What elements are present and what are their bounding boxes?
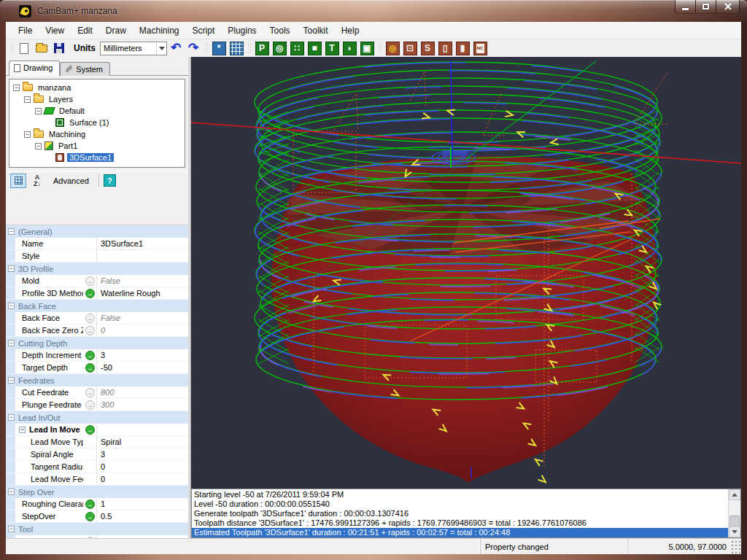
profile-button[interactable]: S: [419, 40, 436, 56]
resize-grip[interactable]: [731, 539, 741, 554]
menu-edit[interactable]: Edit: [71, 23, 99, 38]
arc-button[interactable]: ◗: [341, 40, 357, 56]
scroll-down-button[interactable]: [729, 526, 740, 537]
minimize-button[interactable]: [675, 0, 696, 14]
log-scrollbar[interactable]: [728, 489, 740, 537]
tree-item-part1[interactable]: −Part1: [11, 140, 183, 152]
property-row-back-face[interactable]: Back Face→False: [6, 312, 188, 324]
tree-expander[interactable]: −: [13, 85, 20, 91]
tree-item-default[interactable]: −Default: [11, 105, 183, 117]
log-line-selected[interactable]: Estimated Toolpath '3DSurface1' duration…: [192, 528, 728, 537]
log-line[interactable]: Generate toolpath '3DSurface1' duration …: [192, 509, 728, 518]
log-line[interactable]: Toolpath distance '3DSurface1' : 17476.9…: [192, 518, 728, 528]
property-row-target-depth[interactable]: Target Depth→-50: [6, 362, 188, 374]
menu-view[interactable]: View: [39, 23, 71, 38]
property-value[interactable]: 300: [96, 399, 188, 411]
category-expander[interactable]: −: [8, 414, 15, 421]
property-row-lead-move-type[interactable]: Lead Move TypeSpiral: [6, 436, 188, 448]
gcode-button[interactable]: NC: [472, 40, 488, 56]
polyline-button[interactable]: P: [254, 40, 270, 56]
menu-plugins[interactable]: Plugins: [221, 23, 263, 38]
property-value[interactable]: [96, 424, 188, 435]
menu-help[interactable]: Help: [335, 23, 366, 38]
property-value[interactable]: [96, 250, 188, 262]
property-value[interactable]: 0: [96, 473, 188, 485]
tab-drawing[interactable]: Drawing: [9, 61, 60, 76]
property-value[interactable]: 800: [96, 386, 188, 398]
tree-item-3dsurface1[interactable]: 3DSurface1: [11, 152, 183, 163]
snap-points-button[interactable]: *: [211, 40, 227, 56]
open-file-button[interactable]: [34, 40, 50, 56]
category-expander[interactable]: −: [8, 228, 15, 235]
tab-system[interactable]: System: [60, 62, 110, 76]
categorized-button[interactable]: [10, 174, 26, 188]
property-value[interactable]: 3: [96, 349, 188, 361]
undo-button[interactable]: ↶: [168, 40, 184, 56]
help-button[interactable]: ?: [104, 174, 116, 187]
menu-draw[interactable]: Draw: [99, 23, 133, 38]
property-category[interactable]: −Step Over: [6, 486, 188, 498]
property-category[interactable]: −Feedrates: [6, 374, 188, 386]
snap-grid-button[interactable]: [228, 40, 244, 56]
property-row-spiral-angle[interactable]: Spiral Angle3: [6, 448, 188, 461]
menu-file[interactable]: File: [12, 23, 39, 38]
advanced-button[interactable]: Advanced: [48, 175, 94, 187]
redo-button[interactable]: ↷: [185, 40, 201, 56]
property-row-cut-feedrate[interactable]: Cut Feedrate→800: [6, 386, 188, 399]
property-row-plunge-feedrate[interactable]: Plunge Feedrate→300: [6, 399, 188, 411]
circle-button[interactable]: ◎: [271, 40, 287, 56]
save-file-button[interactable]: [51, 40, 67, 56]
titlebar[interactable]: CamBam+ manzana: [0, 0, 747, 22]
property-category[interactable]: −Tool: [6, 523, 188, 535]
category-expander[interactable]: −: [8, 303, 15, 309]
property-row-tangent-radius[interactable]: Tangent Radius0: [6, 461, 188, 473]
property-row-style[interactable]: Style: [6, 250, 188, 262]
property-row-back-face-zero-z[interactable]: Back Face Zero Z→0: [6, 324, 188, 337]
category-expander[interactable]: −: [8, 265, 15, 272]
property-row-lead-move-feedrate[interactable]: Lead Move Feedrate0: [6, 473, 188, 486]
menu-tools[interactable]: Tools: [263, 23, 297, 38]
menu-machining[interactable]: Machining: [133, 23, 186, 38]
property-row-depth-increment[interactable]: Depth Increment→3: [6, 349, 188, 362]
category-expander[interactable]: −: [8, 340, 15, 346]
drill-button[interactable]: ◎: [384, 40, 400, 56]
property-value[interactable]: 1: [96, 498, 188, 510]
property-value[interactable]: 3DSurface1: [96, 238, 188, 249]
property-value[interactable]: 3: [96, 448, 188, 460]
property-value[interactable]: False: [96, 312, 188, 324]
pocket-button[interactable]: ⊡: [402, 40, 418, 56]
viewport-3d[interactable]: [191, 57, 741, 489]
maximize-button[interactable]: [695, 0, 716, 14]
tree-item-surface-1-[interactable]: Surface (1): [11, 117, 183, 128]
menu-script[interactable]: Script: [186, 23, 222, 38]
tree-expander[interactable]: −: [24, 96, 31, 103]
property-value[interactable]: 0: [96, 461, 188, 472]
property-value[interactable]: Waterline Rough: [96, 287, 188, 299]
property-row-stepover[interactable]: StepOver→0.5: [6, 510, 188, 523]
surface-button[interactable]: ▣: [359, 40, 375, 56]
tree-expander[interactable]: −: [35, 108, 42, 114]
property-value[interactable]: 0.5: [96, 510, 188, 522]
category-expander[interactable]: −: [8, 526, 15, 532]
log-line[interactable]: Level -50 duration : 00:00:00.0551540: [192, 499, 728, 509]
category-expander[interactable]: −: [8, 377, 15, 384]
lathe-button[interactable]: ▮: [454, 40, 471, 56]
property-category[interactable]: −Back Face: [6, 300, 188, 312]
property-category[interactable]: −(General): [6, 225, 188, 238]
tree-item-layers[interactable]: −Layers: [11, 93, 183, 105]
property-value[interactable]: -50: [96, 362, 188, 373]
new-file-button[interactable]: [16, 40, 32, 56]
tree-item-manzana[interactable]: −manzana: [11, 82, 183, 93]
point-list-button[interactable]: ∷: [289, 40, 305, 56]
close-button[interactable]: [716, 0, 740, 14]
property-row-mold[interactable]: Mold→False: [6, 275, 188, 287]
tree-expander[interactable]: −: [24, 131, 31, 138]
property-category[interactable]: −Cutting Depth: [6, 337, 188, 349]
property-value[interactable]: Spiral: [96, 436, 188, 448]
text-button[interactable]: T: [324, 40, 340, 56]
log-line[interactable]: Starting level -50 at 7/26/2011 9:59:04 …: [192, 490, 728, 499]
property-expander[interactable]: −: [19, 427, 26, 433]
property-row-name[interactable]: Name3DSurface1: [6, 238, 188, 250]
property-row-profile-3d-method[interactable]: Profile 3D Method→Waterline Rough: [6, 287, 188, 300]
property-category[interactable]: −Lead In/Out: [6, 411, 188, 424]
